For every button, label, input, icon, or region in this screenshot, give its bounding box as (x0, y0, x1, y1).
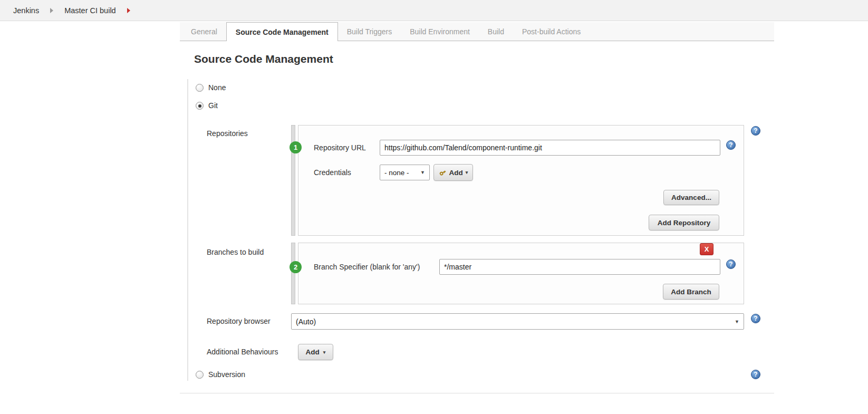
repository-browser-label: Repository browser (207, 317, 271, 325)
repository-url-input[interactable] (380, 140, 720, 156)
add-branch-label: Add Branch (671, 288, 711, 296)
repository-browser-help-icon[interactable]: ? (751, 314, 760, 323)
chevron-down-icon: ▾ (323, 350, 326, 355)
branch-specifier-label: Branch Specifier (blank for 'any') (314, 263, 420, 271)
advanced-button[interactable]: Advanced... (663, 190, 719, 205)
config-tabbar: General Source Code Management Build Tri… (180, 22, 774, 41)
radio-git[interactable] (196, 102, 204, 110)
step-badge-2: 2 (290, 261, 302, 273)
radio-none-label[interactable]: None (208, 83, 226, 92)
tab-source-code-management[interactable]: Source Code Management (226, 22, 338, 41)
tab-post-build-actions[interactable]: Post-build Actions (513, 22, 590, 41)
radio-subversion[interactable] (196, 371, 204, 379)
step-badge-1: 1 (290, 141, 302, 153)
radio-none[interactable] (196, 84, 204, 92)
branches-drag-handle[interactable] (291, 243, 295, 304)
help-glyph: ? (754, 371, 757, 378)
radio-git-label[interactable]: Git (208, 101, 218, 110)
chevron-down-icon: ▼ (420, 170, 425, 175)
repository-url-help-icon[interactable]: ? (726, 140, 736, 150)
repository-browser-select[interactable]: (Auto) ▼ (291, 313, 744, 330)
breadcrumb-separator-icon (50, 8, 53, 13)
additional-behaviours-label: Additional Behaviours (207, 348, 278, 356)
credentials-add-button[interactable]: Add ▾ (433, 164, 473, 181)
subversion-help-icon[interactable]: ? (751, 370, 760, 379)
branch-delete-button[interactable]: X (700, 243, 713, 255)
tab-general[interactable]: General (182, 22, 226, 41)
chevron-down-icon: ▾ (466, 170, 468, 175)
key-icon (439, 169, 447, 177)
add-repository-button[interactable]: Add Repository (649, 215, 719, 230)
section-divider (180, 393, 774, 393)
repositories-help-icon[interactable]: ? (751, 126, 760, 136)
branch-specifier-help-icon[interactable]: ? (726, 259, 736, 269)
tab-build-triggers[interactable]: Build Triggers (338, 22, 401, 41)
help-glyph: ? (754, 315, 757, 322)
credentials-select[interactable]: - none - ▼ (380, 165, 430, 180)
tab-build-environment[interactable]: Build Environment (401, 22, 479, 41)
help-glyph: ? (729, 261, 732, 268)
breadcrumb: Jenkins Master CI build (0, 0, 868, 21)
repository-browser-selected-value: (Auto) (296, 317, 316, 326)
form-indent-line (187, 79, 188, 381)
additional-behaviours-add-button[interactable]: Add ▾ (298, 344, 333, 360)
additional-behaviours-add-label: Add (306, 348, 320, 356)
radio-subversion-label[interactable]: Subversion (208, 370, 245, 379)
add-branch-button[interactable]: Add Branch (663, 284, 719, 300)
chevron-down-icon: ▼ (735, 319, 739, 324)
repositories-section-label: Repositories (207, 129, 248, 138)
branches-section-label: Branches to build (207, 248, 264, 256)
help-glyph: ? (729, 141, 732, 149)
breadcrumb-item-job[interactable]: Master CI build (64, 6, 116, 15)
branch-specifier-input[interactable] (439, 259, 720, 275)
tab-build[interactable]: Build (479, 22, 513, 41)
advanced-button-label: Advanced... (671, 194, 711, 201)
credentials-add-label: Add (449, 169, 463, 177)
repository-url-label: Repository URL (314, 143, 366, 152)
breadcrumb-context-arrow-icon[interactable] (127, 8, 130, 13)
add-repository-label: Add Repository (658, 219, 711, 227)
credentials-selected-value: - none - (384, 169, 409, 177)
breadcrumb-item-jenkins[interactable]: Jenkins (13, 6, 39, 15)
jenkins-configure-page: Jenkins Master CI build General Source C… (0, 0, 868, 414)
credentials-label: Credentials (314, 168, 351, 177)
help-glyph: ? (754, 127, 757, 134)
page-title: Source Code Management (194, 53, 333, 65)
